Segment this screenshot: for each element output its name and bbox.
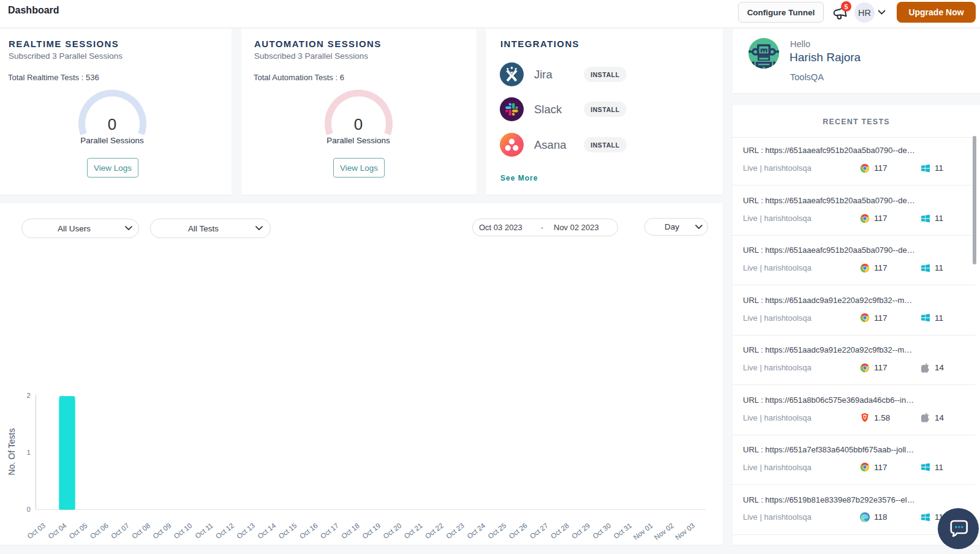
- svg-text:Nov 03: Nov 03: [674, 522, 696, 541]
- svg-text:Oct 19: Oct 19: [361, 522, 382, 540]
- svg-text:Oct 15: Oct 15: [277, 522, 298, 540]
- svg-text:Oct 22: Oct 22: [424, 522, 445, 540]
- svg-text:Oct 11: Oct 11: [194, 522, 214, 540]
- svg-text:Oct 05: Oct 05: [68, 522, 89, 540]
- svg-text:Oct 31: Oct 31: [612, 522, 633, 540]
- svg-text:Oct 26: Oct 26: [508, 522, 529, 540]
- svg-text:Oct 23: Oct 23: [445, 522, 466, 540]
- svg-text:Oct 30: Oct 30: [591, 522, 612, 540]
- svg-text:Oct 24: Oct 24: [466, 522, 487, 541]
- svg-text:Oct 25: Oct 25: [486, 522, 507, 540]
- svg-text:Oct 13: Oct 13: [235, 522, 256, 540]
- svg-text:Oct 29: Oct 29: [570, 522, 591, 540]
- svg-text:Oct 18: Oct 18: [340, 522, 361, 540]
- svg-text:Oct 28: Oct 28: [549, 522, 570, 540]
- svg-text:Oct 27: Oct 27: [529, 522, 549, 540]
- svg-text:Oct 04: Oct 04: [47, 522, 68, 541]
- svg-text:No. Of Tests: No. Of Tests: [7, 429, 17, 476]
- svg-text:Oct 17: Oct 17: [319, 522, 340, 540]
- svg-text:Oct 08: Oct 08: [130, 522, 151, 540]
- svg-text:Oct 03: Oct 03: [26, 522, 47, 540]
- svg-text:Oct 14: Oct 14: [256, 522, 277, 541]
- svg-text:Oct 21: Oct 21: [403, 522, 424, 540]
- svg-text:0: 0: [27, 506, 31, 513]
- svg-text:2: 2: [27, 392, 31, 399]
- svg-text:Oct 07: Oct 07: [110, 522, 130, 540]
- svg-text:Oct 06: Oct 06: [89, 522, 110, 540]
- svg-text:Oct 16: Oct 16: [298, 522, 319, 540]
- svg-text:Nov 01: Nov 01: [632, 522, 654, 541]
- svg-text:Oct 12: Oct 12: [214, 522, 235, 540]
- svg-text:1: 1: [27, 449, 31, 456]
- svg-text:Oct 20: Oct 20: [382, 522, 402, 540]
- svg-text:Nov 02: Nov 02: [653, 522, 675, 541]
- svg-text:Oct 09: Oct 09: [151, 522, 172, 540]
- svg-text:Oct 10: Oct 10: [173, 522, 194, 540]
